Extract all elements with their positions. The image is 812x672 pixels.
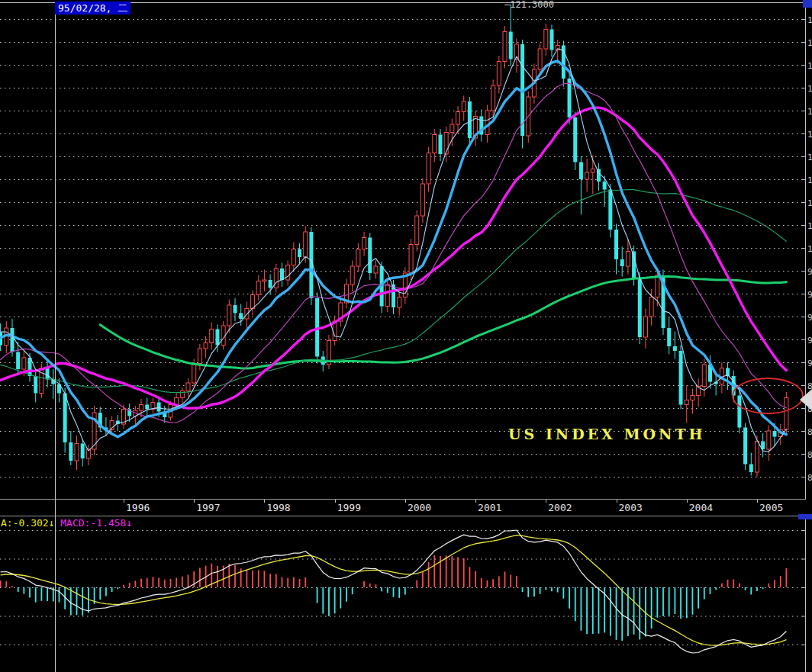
candle-body-down [16, 352, 20, 370]
candle-body-down [509, 32, 513, 59]
candle-body-up [398, 297, 401, 308]
x-axis-year-label: 2002 [548, 502, 572, 514]
candle-body-up [497, 62, 501, 86]
candle-body-down [549, 30, 553, 50]
y-axis-tick-label: 106.0000 [807, 175, 812, 185]
candle-body-down [679, 351, 683, 405]
axis-corner-box [798, 514, 812, 519]
y-axis-tick-label: 94.0000 [807, 313, 812, 323]
candle-body-down [46, 368, 50, 380]
ma-line-ma5 [1, 49, 787, 452]
down-arrow-icon: ↓ [126, 517, 132, 529]
candle-body-down [438, 135, 442, 155]
candle-body-up [274, 268, 278, 288]
candle-body-down [280, 268, 284, 280]
x-axis-year-tick [335, 500, 336, 503]
y-axis-tick-label: 90.0000 [807, 359, 812, 368]
x-axis-year-tick [475, 500, 476, 503]
candle-body-down [63, 394, 67, 443]
candle-body-up [356, 249, 360, 267]
candle-body-up [544, 30, 548, 50]
candle-body-down [368, 238, 372, 274]
selected-date-badge[interactable]: 95/02/28, 二 [55, 2, 130, 14]
candle-body-up [374, 266, 378, 273]
crosshair-vertical-line[interactable] [55, 2, 56, 672]
candle-body-up [186, 383, 190, 391]
candlesticks [0, 5, 788, 477]
price-chart[interactable]: 120.0000118.0000116.0000114.0000112.0000… [0, 0, 812, 499]
candle-body-down [573, 117, 577, 162]
candle-body-up [656, 275, 659, 297]
y-axis-tick-label: 100.0000 [807, 244, 812, 254]
y-axis-tick-label: 92.0000 [807, 336, 812, 346]
candle-body-down [468, 101, 472, 138]
candle-body-down [568, 79, 572, 117]
candle-body-down [10, 328, 14, 352]
candle-body-down [298, 249, 301, 258]
candle-body-down [608, 190, 612, 230]
candle-body-up [221, 326, 225, 346]
moving-average-lines [1, 49, 787, 452]
candle-body-up [685, 400, 688, 405]
x-axis-year-label: 1998 [266, 502, 290, 514]
candle-body-up [462, 101, 466, 112]
y-axis-tick-label: 84.0000 [807, 427, 812, 437]
candle-body-down [145, 405, 149, 410]
y-axis-tick-label: 108.0000 [807, 153, 812, 162]
candle-body-down [269, 280, 272, 288]
x-axis-year-tick [617, 500, 617, 503]
x-axis-year-label: 2004 [689, 502, 713, 514]
candle-body-up [263, 280, 266, 281]
macd-histogram [1, 555, 787, 641]
candle-body-up [755, 442, 759, 473]
candle-body-up [785, 398, 788, 430]
candle-body-up [427, 153, 430, 185]
dea-value: A:-0.302 [1, 517, 49, 529]
candle-body-up [210, 330, 214, 343]
candle-body-down [773, 431, 777, 437]
candle-body-down [737, 396, 741, 428]
candle-body-up [286, 265, 290, 281]
candle-body-up [415, 216, 419, 245]
chart-window: 120.0000118.0000116.0000114.0000112.0000… [0, 0, 812, 672]
x-axis-year-label: 1999 [337, 502, 361, 514]
y-axis-tick-label: 116.0000 [807, 61, 812, 71]
candle-body-up [643, 317, 647, 337]
macd-chart[interactable] [0, 516, 812, 672]
scrollbar-corner[interactable] [803, 0, 812, 8]
candle-body-down [34, 376, 37, 394]
candle-body-down [667, 328, 671, 346]
candle-body-down [69, 442, 72, 461]
down-arrow-icon: ↓ [49, 517, 55, 529]
x-axis-date-row[interactable]: 1996199719981999200020012002200320042005 [0, 499, 806, 516]
instrument-title: US INDEX MONTH [508, 426, 706, 442]
candle-body-up [450, 124, 454, 133]
macd-y-axis [802, 516, 806, 672]
x-axis-year-tick [124, 500, 124, 503]
candle-body-up [198, 349, 201, 364]
candle-body-up [691, 396, 694, 400]
x-axis-year-label: 1996 [126, 502, 150, 514]
candle-body-down [157, 403, 161, 412]
macd-value: MACD:-1.458 [60, 517, 126, 529]
candle-body-down [81, 444, 85, 459]
x-axis-year-label: 1997 [196, 502, 220, 514]
macd-gridlines [0, 531, 803, 645]
x-axis-year-tick [757, 500, 758, 503]
candle-body-down [638, 278, 642, 337]
candle-body-down [215, 330, 219, 346]
candle-body-down [632, 252, 636, 278]
x-axis-year-label: 2001 [478, 502, 501, 514]
candle-body-up [456, 112, 460, 125]
y-axis-tick-label: 114.0000 [807, 84, 812, 94]
candle-body-up [385, 285, 389, 307]
ma-line-ma20 [1, 83, 787, 423]
candle-body-down [239, 313, 243, 320]
y-axis-tick-label: 112.0000 [807, 107, 812, 117]
x-axis-year-label: 2005 [759, 502, 783, 514]
y-axis-tick-label: 98.0000 [807, 267, 812, 277]
candle-body-up [192, 364, 196, 384]
x-axis-year-tick [405, 500, 406, 503]
candle-body-up [485, 111, 489, 135]
x-axis-year-tick [546, 500, 546, 503]
